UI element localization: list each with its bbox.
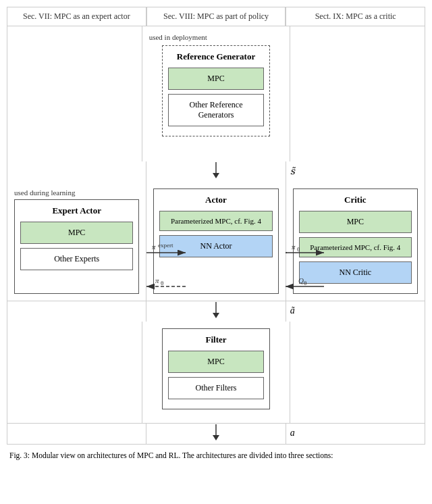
actor-box: Actor Parameterized MPC, cf. Fig. 4 NN A… (153, 188, 278, 294)
bottom-left-area (7, 322, 142, 423)
top-to-mid-arrow-row: s̃ (7, 161, 425, 182)
section-left-header: Sec. VII: MPC as an expert actor (7, 7, 146, 26)
filter-title: Filter (168, 334, 264, 345)
critic-box: Critic MPC Parameterized MPC, cf. Fig. 4… (293, 188, 418, 294)
ref-gen-mpc-box: MPC (168, 68, 264, 90)
top-right-area (290, 26, 425, 161)
figure-caption: Fig. 3: Modular view on architectures of… (7, 450, 425, 461)
top-left-area (7, 26, 142, 161)
used-in-deployment-label: used in deployment (149, 33, 207, 41)
filter-other-box: Other Filters (168, 377, 264, 399)
s-tilde-label: s̃ (290, 166, 295, 177)
expert-actor-area: used during learning Expert Actor MPC Ot… (7, 182, 146, 301)
critic-param-mpc-box: Parameterized MPC, cf. Fig. 4 (299, 237, 412, 257)
actor-param-mpc-box: Parameterized MPC, cf. Fig. 4 (159, 211, 272, 231)
critic-area: Critic MPC Parameterized MPC, cf. Fig. 4… (286, 182, 425, 301)
used-during-learning-label: used during learning (14, 188, 139, 197)
a-tilde-label: ã (290, 305, 295, 316)
filter-mpc-box: MPC (168, 351, 264, 373)
expert-actor-other-box: Other Experts (20, 248, 133, 270)
svg-marker-17 (213, 313, 219, 318)
reference-generator-title: Reference Generator (168, 51, 264, 62)
bottom-arrow-row: a (7, 424, 425, 445)
bottom-row: Filter MPC Other Filters (7, 322, 425, 424)
top-middle-area: used in deployment Reference Generator M… (142, 26, 291, 161)
diagram-container: Sec. VII: MPC as an expert actor Sec. VI… (7, 7, 425, 461)
critic-title: Critic (299, 195, 412, 205)
section-right-label: Sect. IX: MPC as a critic (315, 11, 396, 21)
top-row: used in deployment Reference Generator M… (7, 26, 425, 161)
actor-nn-actor-box: NN Actor (159, 235, 272, 257)
filter-box: Filter MPC Other Filters (162, 328, 270, 409)
down-arrow-a-tilde (206, 302, 226, 321)
svg-marker-19 (213, 435, 219, 440)
down-arrow-a (206, 424, 226, 443)
filter-area: Filter MPC Other Filters (142, 322, 291, 423)
bottom-right-area (290, 322, 425, 423)
a-label: a (290, 428, 295, 438)
reference-generator-box: Reference Generator MPC Other Reference … (162, 45, 270, 136)
critic-mpc-box: MPC (299, 211, 412, 233)
section-middle-label: Sec. VIII: MPC as part of policy (163, 11, 269, 21)
section-middle-header: Sec. VIII: MPC as part of policy (146, 7, 286, 26)
mid-row: used during learning Expert Actor MPC Ot… (7, 182, 425, 301)
down-arrow-s-tilde (206, 162, 226, 181)
svg-marker-1 (213, 173, 219, 178)
expert-actor-box: Expert Actor MPC Other Experts (14, 199, 139, 294)
section-right-header: Sect. IX: MPC as a critic (286, 7, 425, 26)
critic-nn-critic-box: NN Critic (299, 261, 412, 284)
ref-gen-other-box: Other Reference Generators (168, 94, 264, 126)
expert-actor-title: Expert Actor (20, 205, 133, 216)
mid-to-bottom-arrow-row: ã (7, 301, 425, 322)
actor-area: Actor Parameterized MPC, cf. Fig. 4 NN A… (146, 182, 286, 301)
mid-row-wrapper: used during learning Expert Actor MPC Ot… (7, 182, 425, 301)
section-headers: Sec. VII: MPC as an expert actor Sec. VI… (7, 7, 425, 26)
expert-actor-mpc-box: MPC (20, 222, 133, 244)
actor-title: Actor (159, 195, 272, 205)
section-left-label: Sec. VII: MPC as an expert actor (23, 11, 130, 21)
